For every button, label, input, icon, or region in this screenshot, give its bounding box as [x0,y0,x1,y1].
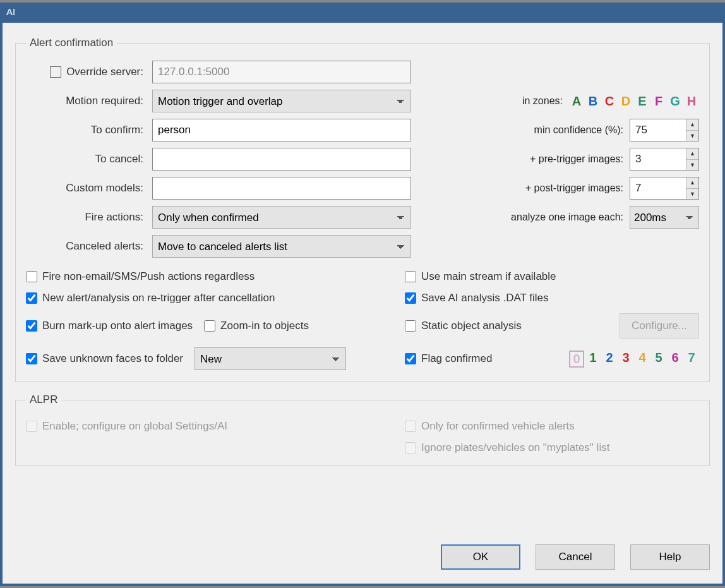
zone-letter[interactable]: C [602,94,617,109]
override-server-label: Override server: [66,66,146,78]
fire-actions-label: Fire actions: [26,211,146,224]
spin-down-icon[interactable]: ▼ [686,160,698,171]
save-faces-checkbox[interactable]: Save unknown faces to folder [26,352,183,365]
to-cancel-label: To cancel: [26,153,146,165]
client-area: Alert confirmation Override server: Moti… [3,23,722,584]
use-main-stream-checkbox[interactable]: Use main stream if available [405,270,699,283]
flag-number[interactable]: 0 [569,351,584,368]
flag-number[interactable]: 6 [668,351,683,368]
spin-up-icon[interactable]: ▲ [686,177,698,189]
flag-confirmed-checkbox[interactable]: Flag confirmed [405,352,492,365]
ai-dialog: AI Alert confirmation Override server: M… [0,3,725,586]
fire-actions-select[interactable]: Only when confirmed [152,206,411,229]
in-zones-label: in zones: [522,95,563,107]
flag-number[interactable]: 2 [602,351,617,368]
burn-markup-checkbox[interactable]: Burn mark-up onto alert images [26,320,193,332]
zone-letter[interactable]: D [618,94,633,109]
flag-number[interactable]: 4 [635,351,650,368]
motion-required-label: Motion required: [26,95,146,107]
alpr-ignore-myplates-checkbox: Ignore plates/vehicles on "myplates" lis… [405,441,699,454]
save-dat-checkbox[interactable]: Save AI analysis .DAT files [405,292,699,304]
zoom-in-checkbox[interactable]: Zoom-in to objects [204,320,309,332]
flag-number[interactable]: 3 [618,351,633,368]
custom-models-input[interactable] [152,177,411,200]
to-confirm-label: To confirm: [26,124,146,136]
window-title: AI [6,6,15,17]
zone-letter[interactable]: G [668,94,683,109]
spin-down-icon[interactable]: ▼ [686,131,698,141]
zone-letter[interactable]: A [569,94,584,109]
to-cancel-input[interactable] [152,148,411,171]
alpr-confirmed-only-checkbox: Only for confirmed vehicle alerts [405,420,699,433]
spin-up-icon[interactable]: ▲ [686,119,698,131]
server-input[interactable] [152,61,411,83]
post-trigger-spinbox[interactable]: 7 ▲▼ [630,177,699,200]
custom-models-label: Custom models: [26,182,146,195]
cancel-button[interactable]: Cancel [536,544,615,570]
dialog-button-row: OK Cancel Help [15,531,710,573]
spin-down-icon[interactable]: ▼ [686,189,698,200]
analyze-each-label: analyze one image each: [511,212,623,223]
motion-required-select[interactable]: Motion trigger and overlap [152,90,411,112]
ok-button[interactable]: OK [441,544,520,570]
pre-trigger-label: + pre-trigger images: [530,153,623,165]
analyze-each-select[interactable]: 200ms [630,206,699,229]
zone-letter[interactable]: B [585,94,601,109]
min-confidence-label: min confidence (%): [534,124,623,136]
titlebar[interactable]: AI [0,3,725,23]
alpr-enable-checkbox: Enable; configure on global Settings/AI [26,420,405,433]
new-alert-retrigger-checkbox[interactable]: New alert/analysis on re-trigger after c… [26,292,405,304]
alert-confirmation-group: Alert confirmation Override server: Moti… [15,37,710,382]
alert-confirmation-legend: Alert confirmation [26,37,117,49]
post-trigger-label: + post-trigger images: [525,183,623,194]
flag-number[interactable]: 5 [651,351,666,368]
configure-button[interactable]: Configure... [620,313,699,339]
override-server-checkbox[interactable] [50,66,61,78]
alpr-group: ALPR Enable; configure on global Setting… [15,393,710,466]
flag-number[interactable]: 7 [684,351,699,368]
fire-regardless-checkbox[interactable]: Fire non-email/SMS/Push actions regardle… [26,270,405,283]
zone-letter[interactable]: F [651,94,666,109]
pre-trigger-spinbox[interactable]: 3 ▲▼ [630,148,699,171]
min-confidence-spinbox[interactable]: 75 ▲▼ [630,119,699,141]
to-confirm-input[interactable] [152,119,411,141]
zone-letter[interactable]: H [684,94,699,109]
flag-number[interactable]: 1 [585,351,601,368]
canceled-alerts-select[interactable]: Move to canceled alerts list [152,235,411,258]
help-button[interactable]: Help [630,544,710,570]
canceled-alerts-label: Canceled alerts: [26,240,146,253]
alpr-legend: ALPR [26,393,61,406]
static-object-checkbox[interactable]: Static object analysis [405,320,522,332]
zone-letters[interactable]: ABCDEFGH [569,94,699,109]
zone-letter[interactable]: E [635,94,650,109]
spin-up-icon[interactable]: ▲ [686,148,698,160]
faces-folder-select[interactable]: New [195,347,346,370]
flag-numbers[interactable]: 01234567 [569,351,699,368]
